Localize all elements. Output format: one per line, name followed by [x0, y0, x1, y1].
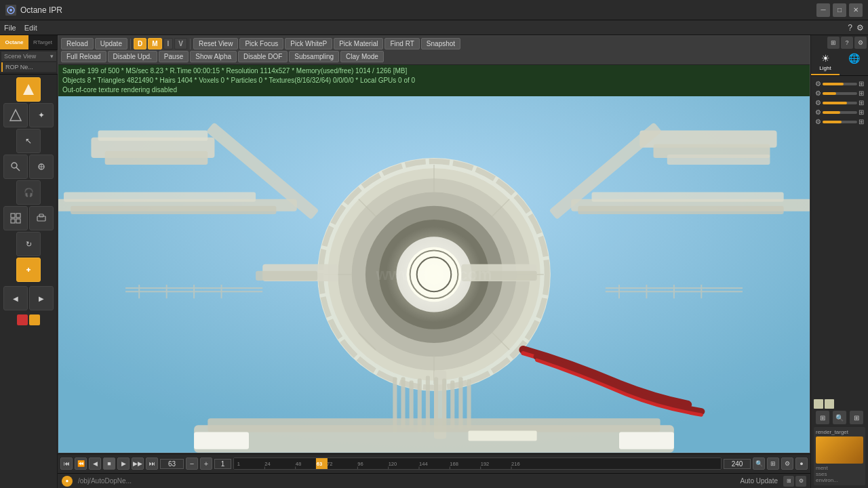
gear-btn-3[interactable]: ⊞	[859, 108, 864, 116]
gear-icon-0[interactable]: ⚙	[815, 80, 821, 87]
pick-material-button[interactable]: Pick Material	[334, 38, 383, 49]
full-reload-button[interactable]: Full Reload	[61, 51, 106, 62]
maximize-button[interactable]: □	[833, 3, 846, 17]
rop-item: ROP Ne...	[1, 62, 56, 72]
timeline-step-input[interactable]	[214, 459, 231, 469]
svg-text:192: 192	[481, 461, 490, 467]
update-button[interactable]: Update	[95, 38, 127, 49]
menu-icon-help[interactable]: ?	[848, 23, 852, 33]
light-icon: ☀	[821, 53, 830, 64]
mode-m-button[interactable]: M	[148, 38, 161, 49]
svg-line-6	[16, 167, 20, 171]
mode-d-button[interactable]: D	[134, 38, 146, 49]
status-indicator: ●	[62, 476, 73, 487]
right-icon-1[interactable]: ⊞	[827, 37, 840, 49]
gear-icon-1[interactable]: ⚙	[815, 89, 821, 97]
menu-file[interactable]: File	[4, 24, 16, 32]
gear-btn-4[interactable]: ⊞	[859, 118, 864, 125]
status-icon-2[interactable]: ⚙	[795, 476, 806, 487]
gear-controls: ⚙ ⊞ ⚙ ⊞ ⚙ ⊞ ⚙ ⊞	[814, 79, 865, 127]
sidebar-icon-0[interactable]	[16, 77, 41, 102]
gear-slider-2	[823, 102, 857, 104]
minimize-button[interactable]: ─	[816, 3, 830, 17]
reset-view-button[interactable]: Reset View	[193, 38, 238, 49]
right-tab-environ[interactable]: 🌐	[840, 50, 868, 75]
auto-update-label: Auto Update	[740, 477, 778, 485]
mode-v-button[interactable]: V	[174, 38, 187, 49]
sidebar-icon-6[interactable]: 🎧	[16, 180, 41, 205]
rb-icon-0[interactable]: ⊞	[816, 411, 829, 424]
gear-btn-1[interactable]: ⊞	[859, 89, 864, 97]
render-target-label: render_target	[816, 429, 863, 435]
reload-button[interactable]: Reload	[61, 38, 94, 49]
timeline-prev-button[interactable]: ◀	[89, 458, 101, 470]
ipr-toolbar: Reload Update D M I V Reset View Pick Fo…	[58, 36, 810, 65]
sidebar-icon-3[interactable]: ↖	[16, 129, 41, 153]
timeline-plus-button[interactable]: +	[200, 458, 212, 470]
subsampling-button[interactable]: Subsampling	[289, 51, 339, 62]
menu-icon-settings[interactable]: ⚙	[856, 23, 864, 33]
right-icon-3[interactable]: ⚙	[854, 37, 867, 49]
right-header: ⊞ ? ⚙	[811, 35, 868, 50]
right-icon-2[interactable]: ?	[841, 37, 853, 49]
sidebar-tab-rtarget[interactable]: RTarget	[28, 35, 57, 49]
timeline-play-button[interactable]: ▶	[117, 458, 130, 470]
pick-focus-button[interactable]: Pick Focus	[239, 38, 283, 49]
timeline-first-button[interactable]: ⏮	[60, 458, 73, 470]
sidebar-icon-arrow-left[interactable]: ◀	[3, 286, 28, 310]
gear-icon-3[interactable]: ⚙	[815, 108, 821, 116]
pick-white-button[interactable]: Pick WhiteP	[285, 38, 332, 49]
window-controls: ─ □ ✕	[816, 3, 863, 17]
sidebar-icon-list: ✦ ↖ 🎧	[0, 75, 57, 328]
sidebar-icon-5[interactable]	[29, 155, 54, 179]
show-alpha-button[interactable]: Show Alpha	[190, 51, 237, 62]
rb-icon-2[interactable]: ⊞	[850, 411, 863, 424]
gear-btn-0[interactable]: ⊞	[859, 80, 864, 87]
timeline-zoom-button[interactable]: 🔍	[753, 458, 765, 470]
clay-mode-button[interactable]: Clay Mode	[340, 51, 384, 62]
disable-dof-button[interactable]: Disable DOF	[238, 51, 288, 62]
svg-rect-12	[11, 219, 15, 223]
timeline-settings-button[interactable]: ⚙	[781, 458, 793, 470]
svg-text:24: 24	[264, 461, 270, 467]
render-viewport[interactable]: www.rr-sc.com	[58, 96, 810, 453]
title-bar: Octane IPR ─ □ ✕	[0, 0, 868, 20]
close-button[interactable]: ✕	[849, 3, 863, 17]
mode-i-button[interactable]: I	[163, 38, 174, 49]
sidebar-icon-1[interactable]	[3, 103, 28, 127]
right-tab-light[interactable]: ☀ Light	[811, 50, 840, 75]
pause-button[interactable]: Pause	[159, 51, 189, 62]
gear-icon-2[interactable]: ⚙	[815, 99, 821, 106]
sidebar-icon-10[interactable]	[16, 258, 41, 282]
sidebar-tab-octane[interactable]: Octane	[0, 35, 28, 49]
timeline-next-button[interactable]: ▶▶	[132, 458, 144, 470]
find-rt-button[interactable]: Find RT	[384, 38, 419, 49]
sidebar-icon-arrow-right[interactable]: ▶	[29, 286, 54, 310]
frame-current-input[interactable]	[160, 459, 184, 469]
sidebar-icon-8[interactable]	[29, 206, 54, 230]
sidebar-icon-2[interactable]: ✦	[29, 103, 54, 127]
rb-icon-1[interactable]: 🔍	[833, 411, 846, 424]
timeline-prevkey-button[interactable]: ⏪	[75, 458, 87, 470]
gear-slider-0	[823, 83, 857, 85]
timeline-stop-button[interactable]: ■	[103, 458, 115, 470]
disable-upd-button[interactable]: Disable Upd.	[108, 51, 157, 62]
sidebar-icon-7[interactable]	[3, 206, 28, 230]
timeline-record-button[interactable]: ●	[795, 458, 808, 470]
timeline-minus-button[interactable]: −	[186, 458, 198, 470]
toolbar-row-2: Full Reload Disable Upd. Pause Show Alph…	[61, 51, 807, 62]
gear-btn-2[interactable]: ⊞	[859, 99, 864, 106]
snapshot-button[interactable]: Snapshot	[421, 38, 460, 49]
timeline-end-input[interactable]	[724, 459, 751, 469]
svg-point-2	[9, 9, 12, 12]
sidebar-icon-9[interactable]: ↻	[16, 232, 41, 256]
timeline-last-button[interactable]: ⏭	[146, 458, 158, 470]
svg-marker-3	[23, 84, 34, 95]
gear-icon-4[interactable]: ⚙	[815, 118, 821, 125]
timeline-track[interactable]: 1 24 48 63 72 96 120 144 168 192 216	[233, 458, 722, 470]
sidebar-icon-4[interactable]	[3, 155, 28, 179]
timeline-options-button[interactable]: ⊞	[767, 458, 779, 470]
right-tabs: ☀ Light 🌐	[811, 50, 868, 76]
status-icon-1[interactable]: ⊞	[783, 476, 794, 487]
menu-edit[interactable]: Edit	[24, 24, 37, 32]
